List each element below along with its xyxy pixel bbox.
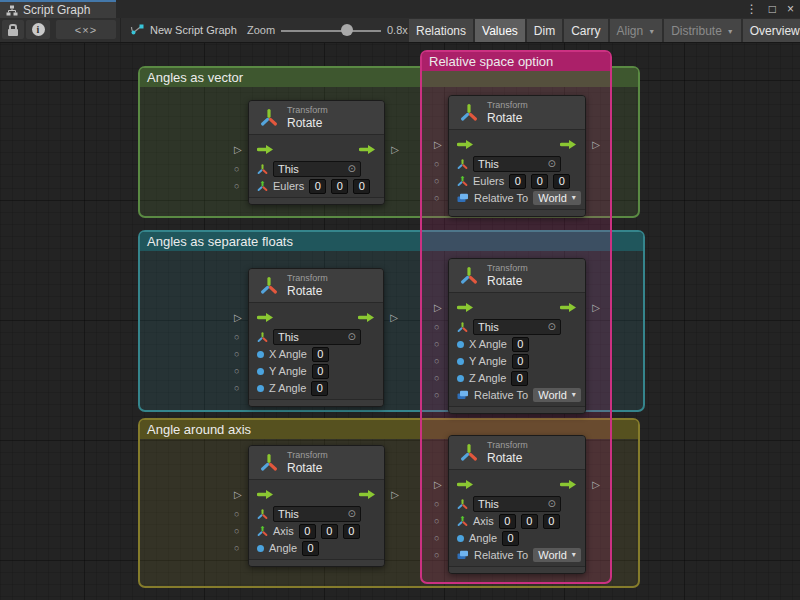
value-input[interactable]: 0 bbox=[543, 514, 560, 529]
flow-output-port[interactable]: ▷ bbox=[592, 479, 600, 490]
value-input-port[interactable]: ○ bbox=[434, 176, 439, 186]
node-body: ▷ ▷ ○ This ⊙ ○ bbox=[449, 470, 585, 566]
distribute-button[interactable]: Distribute ▼ bbox=[664, 19, 741, 42]
value-input[interactable]: 0 bbox=[302, 541, 319, 556]
node-rotate-axis-angle-relative[interactable]: Transform Rotate ▷ ▷ ○ This ⊙ bbox=[448, 435, 586, 574]
node-rotate-eulers[interactable]: Transform Rotate ▷ ▷ ○ This ⊙ bbox=[248, 100, 385, 205]
value-input[interactable]: 0 bbox=[521, 514, 538, 529]
object-picker-icon[interactable]: ⊙ bbox=[348, 162, 356, 176]
value-input[interactable]: 0 bbox=[353, 179, 370, 194]
value-input-port[interactable]: ○ bbox=[434, 322, 439, 332]
value-input[interactable]: 0 bbox=[299, 524, 316, 539]
value-input[interactable]: 0 bbox=[321, 524, 338, 539]
node-rotate-xyz[interactable]: Transform Rotate ▷ ▷ ○ This ⊙ bbox=[248, 268, 384, 407]
object-picker-icon[interactable]: ⊙ bbox=[348, 330, 356, 344]
flow-input-port[interactable]: ▷ bbox=[234, 489, 242, 500]
object-picker-icon[interactable]: ⊙ bbox=[548, 497, 556, 511]
value-input[interactable]: 0 bbox=[512, 354, 529, 369]
value-input-port[interactable]: ○ bbox=[434, 339, 439, 349]
node-rotate-axis-angle[interactable]: Transform Rotate ▷ ▷ ○ This ⊙ bbox=[248, 445, 385, 567]
value-input[interactable]: 0 bbox=[499, 514, 516, 529]
value-input[interactable]: 0 bbox=[511, 371, 528, 386]
align-button[interactable]: Align ▼ bbox=[610, 19, 663, 42]
flow-input-port[interactable]: ▷ bbox=[434, 302, 442, 313]
window-close-icon[interactable]: × bbox=[787, 2, 794, 16]
relative-to-dropdown[interactable]: World ▾ bbox=[533, 388, 581, 402]
value-input[interactable]: 0 bbox=[502, 531, 519, 546]
relations-button[interactable]: Relations bbox=[409, 19, 473, 42]
tab-script-graph[interactable]: Script Graph bbox=[0, 0, 116, 18]
value-input-port[interactable]: ○ bbox=[234, 366, 239, 376]
flow-output-port[interactable]: ▷ bbox=[592, 302, 600, 313]
port-label: Y Angle bbox=[469, 355, 507, 367]
this-object-field[interactable]: This ⊙ bbox=[473, 156, 561, 172]
flow-input-port[interactable]: ▷ bbox=[434, 139, 442, 150]
value-input-port[interactable]: ○ bbox=[234, 383, 239, 393]
this-field-value: This bbox=[478, 497, 499, 511]
this-object-field[interactable]: This ⊙ bbox=[473, 319, 561, 335]
relative-to-dropdown[interactable]: World ▾ bbox=[533, 548, 581, 562]
value-input-port[interactable]: ○ bbox=[234, 332, 239, 342]
graph-canvas[interactable]: Angles as vector Angles as separate floa… bbox=[0, 43, 800, 600]
value-input-port[interactable]: ○ bbox=[434, 516, 439, 526]
flow-output-port[interactable]: ▷ bbox=[592, 139, 600, 150]
flow-input-port[interactable]: ▷ bbox=[234, 312, 242, 323]
object-picker-icon[interactable]: ⊙ bbox=[548, 320, 556, 334]
value-input-port[interactable]: ○ bbox=[434, 533, 439, 543]
dim-button[interactable]: Dim bbox=[527, 19, 562, 42]
node-rotate-xyz-relative[interactable]: Transform Rotate ▷ ▷ ○ This ⊙ bbox=[448, 258, 586, 414]
window-controls: ⋮ □ × bbox=[746, 0, 794, 18]
value-input-port[interactable]: ○ bbox=[234, 349, 239, 359]
value-input-port[interactable]: ○ bbox=[234, 164, 239, 174]
value-input[interactable]: 0 bbox=[343, 524, 360, 539]
value-input-port[interactable]: ○ bbox=[234, 509, 239, 519]
value-input[interactable]: 0 bbox=[312, 347, 329, 362]
value-input-port[interactable]: ○ bbox=[234, 543, 239, 553]
value-input-port[interactable]: ○ bbox=[434, 373, 439, 383]
value-input-port[interactable]: ○ bbox=[434, 356, 439, 366]
value-input[interactable]: 0 bbox=[311, 381, 328, 396]
object-picker-icon[interactable]: ⊙ bbox=[348, 507, 356, 521]
port-label: X Angle bbox=[269, 348, 307, 360]
value-input[interactable]: 0 bbox=[553, 174, 570, 189]
this-object-field[interactable]: This ⊙ bbox=[473, 496, 561, 512]
value-input[interactable]: 0 bbox=[509, 174, 526, 189]
node-rotate-eulers-relative[interactable]: Transform Rotate ▷ ▷ ○ This ⊙ bbox=[448, 95, 586, 217]
overview-button[interactable]: Overview bbox=[743, 19, 800, 42]
value-input[interactable]: 0 bbox=[331, 179, 348, 194]
values-button[interactable]: Values bbox=[475, 19, 525, 42]
zoom-slider-track[interactable] bbox=[281, 30, 381, 32]
zoom-slider-handle[interactable] bbox=[341, 24, 353, 36]
this-object-field[interactable]: This ⊙ bbox=[273, 161, 361, 177]
port-label: Relative To bbox=[474, 192, 528, 204]
window-maximize-icon[interactable]: □ bbox=[769, 2, 776, 16]
value-input-port[interactable]: ○ bbox=[434, 499, 439, 509]
carry-button[interactable]: Carry bbox=[564, 19, 607, 42]
flow-output-port[interactable]: ▷ bbox=[391, 144, 399, 155]
value-input-port[interactable]: ○ bbox=[434, 390, 439, 400]
flow-output-port[interactable]: ▷ bbox=[391, 489, 399, 500]
value-input-port[interactable]: ○ bbox=[234, 526, 239, 536]
value-input-port[interactable]: ○ bbox=[434, 159, 439, 169]
flow-input-port[interactable]: ▷ bbox=[234, 144, 242, 155]
relative-to-dropdown[interactable]: World ▾ bbox=[533, 191, 581, 205]
this-object-field[interactable]: This ⊙ bbox=[273, 329, 361, 345]
this-object-field[interactable]: This ⊙ bbox=[273, 506, 361, 522]
flow-output-port[interactable]: ▷ bbox=[390, 312, 398, 323]
value-input-port[interactable]: ○ bbox=[234, 181, 239, 191]
graph-name-button[interactable]: New Script Graph bbox=[130, 20, 237, 39]
value-input[interactable]: 0 bbox=[531, 174, 548, 189]
group-header[interactable]: Relative space option bbox=[422, 52, 610, 71]
flow-input-port[interactable]: ▷ bbox=[434, 479, 442, 490]
object-picker-icon[interactable]: ⊙ bbox=[548, 157, 556, 171]
inspector-button[interactable]: i bbox=[26, 20, 50, 39]
flow-in-arrow-icon bbox=[257, 489, 274, 500]
value-input-port[interactable]: ○ bbox=[434, 550, 439, 560]
value-input[interactable]: 0 bbox=[309, 179, 326, 194]
value-input[interactable]: 0 bbox=[312, 364, 329, 379]
lock-button[interactable] bbox=[2, 20, 24, 39]
window-menu-icon[interactable]: ⋮ bbox=[746, 2, 758, 16]
value-input-port[interactable]: ○ bbox=[434, 193, 439, 203]
value-input[interactable]: 0 bbox=[512, 337, 529, 352]
edit-code-button[interactable]: <×> bbox=[56, 20, 116, 39]
